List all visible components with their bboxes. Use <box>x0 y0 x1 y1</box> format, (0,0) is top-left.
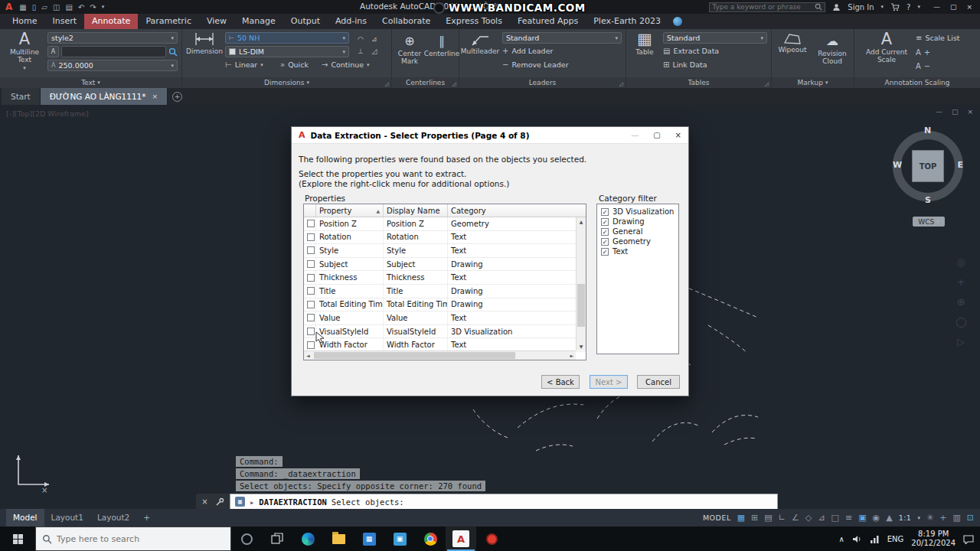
person-icon[interactable] <box>832 3 841 11</box>
file-explorer-button[interactable] <box>323 527 354 551</box>
autocad-app-icon[interactable]: A <box>3 2 15 12</box>
search-icon[interactable] <box>815 3 822 11</box>
undo-icon[interactable]: ↶ <box>78 3 84 11</box>
checkbox-checked-icon[interactable]: ✓ <box>601 228 609 236</box>
revision-cloud-button[interactable]: ☁ Revision Cloud <box>813 32 851 66</box>
tab-manage[interactable]: Manage <box>234 14 283 29</box>
wcs-selector[interactable]: WCS ▾ <box>913 217 945 227</box>
orbit-icon[interactable]: ◯ <box>956 316 967 328</box>
centerlines-panel-label[interactable]: Centerlines ◿ <box>392 77 459 88</box>
keyword-search-box[interactable] <box>709 2 825 12</box>
row-checkbox[interactable] <box>307 260 315 268</box>
next-button[interactable]: Next > <box>590 375 628 389</box>
maximize-icon[interactable]: ▢ <box>950 3 957 11</box>
tab-view[interactable]: View <box>199 14 234 29</box>
table-row[interactable]: SubjectSubjectDrawing <box>304 258 586 272</box>
tab-express-tools[interactable]: Express Tools <box>438 14 510 29</box>
start-button[interactable] <box>0 527 35 551</box>
keyword-search-input[interactable] <box>712 3 812 11</box>
linear-dimension-button[interactable]: ⊢ Linear ▾ <box>225 60 263 69</box>
column-header-property[interactable]: Property ▲ <box>316 204 384 217</box>
edge-button[interactable] <box>292 527 323 551</box>
find-text-input[interactable] <box>61 46 166 57</box>
dim-style-combo[interactable]: ⊢ 50 NH ▾ <box>225 32 349 44</box>
taskbar-search-box[interactable] <box>35 527 231 551</box>
showmotion-icon[interactable]: ▷ <box>956 336 967 347</box>
ortho-icon[interactable]: ∟ <box>779 513 786 523</box>
text-style-combo[interactable]: style2 ▾ <box>47 32 178 44</box>
column-header-category[interactable]: Category <box>448 204 577 217</box>
text-tool-icon[interactable]: A <box>47 46 59 57</box>
model-tab[interactable]: Model <box>6 509 44 527</box>
minimize-icon[interactable]: — <box>933 3 940 11</box>
annotation-visibility-icon[interactable]: ◉ <box>873 513 880 523</box>
ordinate-dimension-icon[interactable]: ◿ <box>368 45 381 57</box>
row-checkbox[interactable] <box>307 274 315 282</box>
show-hidden-icons-button[interactable]: ∧ <box>838 535 844 543</box>
restore-icon[interactable]: ▢ <box>952 108 959 116</box>
link-data-button[interactable]: ⊞ Link Data <box>663 60 707 69</box>
layout1-tab[interactable]: Layout1 <box>44 509 90 527</box>
continue-dimension-button[interactable]: → Continue ▾ <box>322 60 370 69</box>
dialog-launcher-icon[interactable]: ◿ <box>765 81 769 87</box>
tab-add-ins[interactable]: Add-ins <box>328 14 374 29</box>
search-icon[interactable] <box>168 47 178 57</box>
category-filter-item[interactable]: ✓General <box>599 227 676 236</box>
redo-icon[interactable]: ↷ <box>90 3 96 11</box>
layout2-tab[interactable]: Layout2 <box>90 509 136 527</box>
remove-leader-button[interactable]: − Remove Leader <box>502 60 569 69</box>
annotation-scaling-panel-label[interactable]: Annotation Scaling <box>854 77 980 88</box>
close-icon[interactable]: × <box>152 93 158 100</box>
center-mark-button[interactable]: ⊕ Center Mark <box>395 32 424 66</box>
app-button[interactable]: ▦ <box>354 527 384 551</box>
add-leader-button[interactable]: + Add Leader <box>502 47 553 55</box>
table-style-combo[interactable]: Standard ▾ <box>663 32 767 44</box>
workspace-gear-icon[interactable]: ✳ <box>926 513 933 523</box>
horizontal-scrollbar[interactable]: ◄ ► <box>304 350 576 360</box>
add-scales-button[interactable]: A + <box>916 48 930 57</box>
autocad-taskbar-button[interactable]: A <box>446 527 476 551</box>
plex-earth-globe-icon[interactable] <box>673 17 682 26</box>
tab-output[interactable]: Output <box>283 14 328 29</box>
leaders-panel-label[interactable]: Leaders ◿ <box>459 77 626 88</box>
scroll-right-icon[interactable]: ► <box>570 353 573 358</box>
save-icon[interactable]: ◫ <box>53 3 60 11</box>
polar-tracking-icon[interactable]: ∠ <box>792 513 799 523</box>
table-button[interactable]: ▦ Table <box>629 31 660 57</box>
chrome-button[interactable] <box>415 527 446 551</box>
row-checkbox[interactable] <box>307 341 315 349</box>
tab-home[interactable]: Home <box>5 14 44 29</box>
file-tab-start[interactable]: Start <box>2 88 41 105</box>
autoscale-icon[interactable]: ▲ <box>886 513 892 523</box>
plot-icon[interactable]: ▤ <box>65 3 72 11</box>
table-row[interactable]: Position ZPosition ZGeometry <box>304 217 586 231</box>
table-row[interactable]: VisualStyleIdVisualStyleId3D Visualizati… <box>304 325 586 339</box>
open-icon[interactable]: ▱ <box>41 3 47 11</box>
drawing-canvas[interactable]: [-][Top][2D Wireframe] — ▢ × N W E S TOP… <box>0 105 980 509</box>
table-row[interactable]: ValueValueText <box>304 311 586 325</box>
scrollbar-thumb[interactable] <box>577 284 585 327</box>
network-icon[interactable] <box>870 535 880 543</box>
chevron-down-icon[interactable]: ▾ <box>881 4 884 10</box>
checkbox-checked-icon[interactable]: ✓ <box>601 238 609 246</box>
new-layout-button[interactable]: + <box>136 509 157 527</box>
dialog-launcher-icon[interactable]: ◿ <box>385 81 389 87</box>
taskbar-search-input[interactable] <box>57 534 224 544</box>
sign-in-button[interactable]: Sign In <box>848 3 874 11</box>
compass-east[interactable]: E <box>957 160 963 170</box>
isodraft-icon[interactable]: ◇ <box>805 513 812 523</box>
row-checkbox[interactable] <box>307 328 315 335</box>
row-checkbox[interactable] <box>307 287 315 295</box>
quick-dimension-button[interactable]: » Quick <box>280 60 309 69</box>
perpendicular-dimension-icon[interactable]: ⊥ <box>354 45 368 57</box>
text-height-combo[interactable]: A 250.0000 ▾ <box>47 60 178 71</box>
lineweight-icon[interactable]: ≡ <box>845 513 852 523</box>
chevron-down-icon[interactable]: ▾ <box>917 4 920 10</box>
cancel-button[interactable]: Cancel <box>637 375 680 389</box>
vertical-scrollbar[interactable]: ▲ ▼ <box>576 217 586 350</box>
close-icon[interactable]: × <box>675 131 681 139</box>
row-checkbox[interactable] <box>307 314 315 321</box>
table-row[interactable]: StyleStyleText <box>304 244 586 258</box>
scale-list-button[interactable]: ≡ Scale List <box>916 34 960 42</box>
text-panel-label[interactable]: Text ▾ <box>0 77 181 88</box>
